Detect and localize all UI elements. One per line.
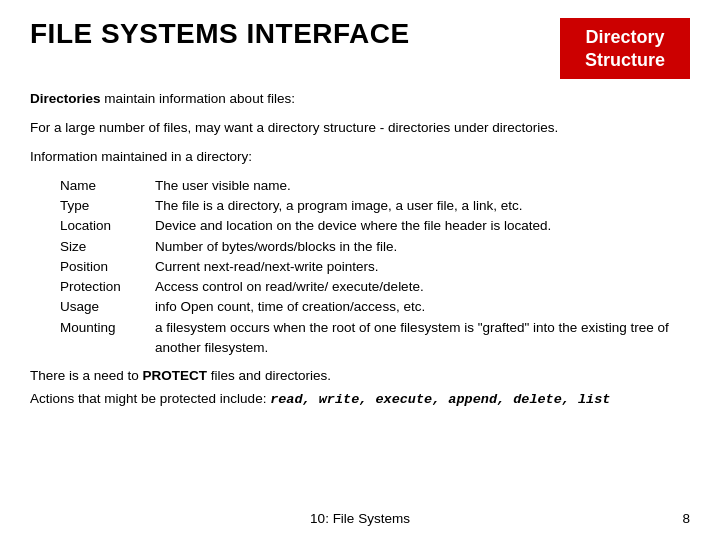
table-row-value: The user visible name. (155, 176, 690, 196)
directories-text: Directories maintain information about f… (30, 91, 295, 106)
protect-prefix: There is a need to (30, 368, 143, 383)
table-row-label: Protection (60, 277, 155, 297)
table-row-label: Position (60, 257, 155, 277)
directories-bold: Directories (30, 91, 101, 106)
table-row-label: Size (60, 237, 155, 257)
slide-title: FILE SYSTEMS INTERFACE (30, 18, 410, 50)
footer-page-number: 8 (682, 511, 690, 526)
directories-section: Directories maintain information about f… (30, 89, 690, 110)
info-maintained-text: Information maintained in a directory: (30, 149, 252, 164)
table-row-value: Current next-read/next-write pointers. (155, 257, 690, 277)
table-row-label: Name (60, 176, 155, 196)
protect-actions-mono: read, write, execute, append, delete, li… (270, 392, 610, 407)
table-row: Mountinga filesystem occurs when the roo… (60, 318, 690, 359)
table-row-value: Access control on read/write/ execute/de… (155, 277, 690, 297)
table-row-value: The file is a directory, a program image… (155, 196, 690, 216)
large-number-text: For a large number of files, may want a … (30, 120, 558, 135)
table-row-label: Mounting (60, 318, 155, 359)
table-row: LocationDevice and location on the devic… (60, 216, 690, 236)
large-number-section: For a large number of files, may want a … (30, 118, 690, 139)
table-row-label: Type (60, 196, 155, 216)
table-row-label: Location (60, 216, 155, 236)
table-row-value: a filesystem occurs when the root of one… (155, 318, 690, 359)
slide-footer: 10: File Systems 8 (0, 511, 720, 526)
info-table: NameThe user visible name.TypeThe file i… (60, 176, 690, 358)
slide-page: FILE SYSTEMS INTERFACE DirectoryStructur… (0, 0, 720, 540)
table-row: NameThe user visible name. (60, 176, 690, 196)
directory-structure-badge: DirectoryStructure (560, 18, 690, 79)
table-row-value: Device and location on the device where … (155, 216, 690, 236)
protect-line-1: There is a need to PROTECT files and dir… (30, 366, 690, 387)
protect-suffix: files and directories. (207, 368, 331, 383)
protect-bold: PROTECT (143, 368, 208, 383)
table-row: Usage info Open count, time of creation/… (60, 297, 690, 317)
table-row-value: info Open count, time of creation/access… (155, 297, 690, 317)
footer-center-text: 10: File Systems (30, 511, 690, 526)
slide-header: FILE SYSTEMS INTERFACE DirectoryStructur… (30, 18, 690, 79)
table-row: SizeNumber of bytes/words/blocks in the … (60, 237, 690, 257)
table-row-value: Number of bytes/words/blocks in the file… (155, 237, 690, 257)
table-row-label: Usage (60, 297, 155, 317)
protect-actions-prefix: Actions that might be protected include: (30, 391, 270, 406)
table-row: PositionCurrent next-read/next-write poi… (60, 257, 690, 277)
directories-rest: maintain information about files: (101, 91, 295, 106)
info-maintained-section: Information maintained in a directory: (30, 147, 690, 168)
table-row: ProtectionAccess control on read/write/ … (60, 277, 690, 297)
protect-line-2: Actions that might be protected include:… (30, 389, 690, 411)
table-row: TypeThe file is a directory, a program i… (60, 196, 690, 216)
